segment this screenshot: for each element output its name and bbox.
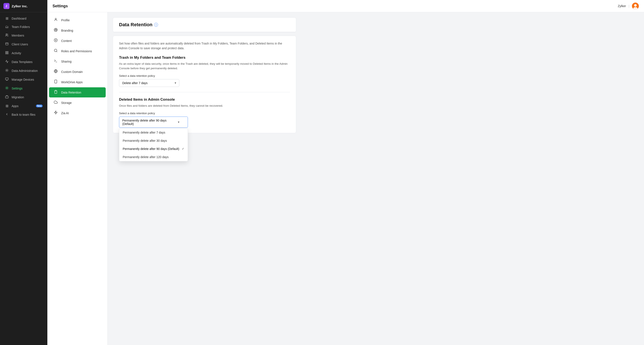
main-content: Data Retention i Set how often files and… bbox=[108, 12, 644, 345]
trash-section: Trash in My Folders and Team Folders As … bbox=[119, 55, 290, 87]
settings-nav-profile-label: Profile bbox=[61, 18, 70, 22]
trash-select-wrapper: Delete after 7 days Delete after 14 days… bbox=[119, 79, 179, 87]
settings-nav-workdrive-apps[interactable]: WorkDrive Apps bbox=[49, 77, 106, 87]
manage-devices-icon bbox=[5, 77, 9, 82]
sidebar-label-team-folders: Team Folders bbox=[12, 25, 42, 29]
deleted-items-title: Deleted Items in Admin Console bbox=[119, 97, 290, 102]
dropdown-option-7days[interactable]: Permanently delete after 7 days bbox=[119, 128, 188, 137]
trash-field-label: Select a data retention policy bbox=[119, 74, 290, 77]
sidebar-item-client-users[interactable]: Client Users bbox=[1, 40, 46, 49]
topbar: Settings Zylker | bbox=[47, 0, 644, 12]
members-icon bbox=[5, 33, 9, 38]
deleted-items-dropdown-menu: Permanently delete after 7 days Permanen… bbox=[119, 128, 188, 161]
topbar-right: Zylker | bbox=[618, 2, 639, 9]
option-30days-label: Permanently delete after 30 days bbox=[123, 139, 167, 142]
svg-point-19 bbox=[55, 40, 56, 41]
sidebar-item-data-administration[interactable]: Data Administration bbox=[1, 66, 46, 75]
custom-domain-icon bbox=[54, 69, 58, 74]
settings-nav-profile[interactable]: Profile bbox=[49, 15, 106, 25]
settings-nav-content[interactable]: Content bbox=[49, 36, 106, 46]
settings-nav-roles[interactable]: Roles and Permissions bbox=[49, 46, 106, 56]
settings-nav-data-retention[interactable]: Data Retention bbox=[49, 87, 106, 97]
sidebar-item-members[interactable]: Members bbox=[1, 31, 46, 40]
settings-nav-storage-label: Storage bbox=[61, 101, 72, 104]
user-name: Zylker bbox=[618, 4, 626, 8]
sidebar-item-migration[interactable]: Migration bbox=[1, 93, 46, 101]
svg-point-0 bbox=[6, 34, 7, 35]
app-logo: Z bbox=[4, 3, 10, 9]
sidebar-header: Z Zylker Inc. bbox=[0, 0, 47, 12]
deleted-items-dropdown-container: Permanently delete after 90 days (Defaul… bbox=[119, 117, 188, 128]
settings-nav-storage[interactable]: Storage bbox=[49, 98, 106, 108]
back-icon bbox=[5, 112, 9, 117]
settings-nav-panel: Profile Branding Content Roles and Permi… bbox=[47, 12, 108, 345]
svg-point-14 bbox=[634, 4, 637, 7]
sidebar-label-back: Back to team files bbox=[12, 113, 42, 116]
zia-ai-icon bbox=[54, 111, 58, 115]
data-templates-icon bbox=[5, 60, 9, 64]
trash-desc: As an extra layer of data security, once… bbox=[119, 61, 290, 71]
svg-point-11 bbox=[6, 87, 7, 88]
trash-select[interactable]: Delete after 7 days Delete after 14 days… bbox=[119, 79, 179, 87]
user-avatar[interactable] bbox=[632, 2, 639, 9]
migration-icon bbox=[5, 95, 9, 99]
svg-line-21 bbox=[56, 51, 57, 52]
deleted-items-section: Deleted Items in Admin Console Once file… bbox=[119, 97, 290, 128]
sidebar-item-team-folders[interactable]: 🗂 Team Folders bbox=[1, 23, 46, 31]
deleted-items-dropdown-trigger[interactable]: Permanently delete after 90 days (Defaul… bbox=[119, 117, 188, 128]
settings-nav-zia-ai-label: Zia AI bbox=[61, 111, 69, 115]
svg-point-16 bbox=[55, 18, 56, 19]
sidebar-item-activity[interactable]: Activity bbox=[1, 49, 46, 57]
svg-point-20 bbox=[54, 49, 57, 52]
settings-nav-custom-domain[interactable]: Custom Domain bbox=[49, 67, 106, 77]
sidebar-item-settings[interactable]: Settings bbox=[1, 84, 46, 93]
svg-rect-8 bbox=[6, 78, 8, 80]
team-folders-icon: 🗂 bbox=[5, 25, 9, 29]
trash-title: Trash in My Folders and Team Folders bbox=[119, 55, 290, 60]
dropdown-option-90days[interactable]: Permanently delete after 90 days (Defaul… bbox=[119, 145, 188, 153]
sidebar-item-dashboard[interactable]: ⊞ Dashboard bbox=[1, 14, 46, 22]
svg-point-18 bbox=[54, 39, 58, 42]
settings-nav-data-retention-label: Data Retention bbox=[61, 91, 81, 94]
deleted-items-field-label: Select a data retention policy bbox=[119, 112, 290, 115]
info-icon[interactable]: i bbox=[154, 23, 158, 27]
workdrive-apps-icon bbox=[54, 80, 58, 84]
settings-nav-content-label: Content bbox=[61, 39, 72, 42]
sidebar-item-data-templates[interactable]: Data Templates bbox=[1, 58, 46, 66]
svg-rect-3 bbox=[6, 51, 7, 52]
svg-rect-6 bbox=[6, 53, 7, 54]
data-retention-heading: Data Retention bbox=[119, 22, 152, 27]
dashboard-icon: ⊞ bbox=[5, 16, 9, 20]
storage-icon bbox=[54, 100, 58, 105]
content-icon bbox=[54, 38, 58, 43]
data-retention-body-card: Set how often files and folders are auto… bbox=[113, 36, 296, 133]
data-retention-title-card: Data Retention i bbox=[113, 17, 296, 32]
sharing-icon bbox=[54, 59, 58, 64]
svg-rect-12 bbox=[6, 96, 8, 98]
sidebar-label-members: Members bbox=[12, 34, 42, 37]
sidebar-item-apps[interactable]: ⊞ Apps New bbox=[1, 102, 46, 110]
sidebar-item-back-to-team[interactable]: Back to team files bbox=[1, 110, 46, 119]
dropdown-option-30days[interactable]: Permanently delete after 30 days bbox=[119, 137, 188, 145]
sidebar-item-manage-devices[interactable]: Manage Devices bbox=[1, 75, 46, 84]
check-icon: ✓ bbox=[182, 147, 184, 150]
sidebar-label-migration: Migration bbox=[12, 95, 42, 99]
settings-nav-zia-ai[interactable]: Zia AI bbox=[49, 108, 106, 118]
svg-rect-4 bbox=[7, 51, 8, 52]
settings-nav-roles-label: Roles and Permissions bbox=[61, 49, 92, 53]
svg-rect-5 bbox=[7, 53, 8, 54]
dropdown-option-120days[interactable]: Permanently delete after 120 days bbox=[119, 153, 188, 161]
option-7days-label: Permanently delete after 7 days bbox=[123, 131, 165, 134]
main-panel: Settings Zylker | Profile Branding bbox=[47, 0, 644, 345]
sidebar-label-data-templates: Data Templates bbox=[12, 60, 42, 64]
settings-nav-workdrive-apps-label: WorkDrive Apps bbox=[61, 80, 83, 84]
settings-nav-branding[interactable]: Branding bbox=[49, 25, 106, 35]
sidebar-label-settings: Settings bbox=[12, 87, 42, 90]
sidebar-label-manage-devices: Manage Devices bbox=[12, 78, 42, 81]
description-text: Set how often files and folders are auto… bbox=[119, 41, 290, 51]
svg-point-7 bbox=[6, 70, 7, 71]
settings-nav-sharing[interactable]: Sharing bbox=[49, 56, 106, 66]
dropdown-selected-value: Permanently delete after 90 days (Defaul… bbox=[122, 119, 177, 126]
data-admin-icon bbox=[5, 69, 9, 73]
body-card-content: Set how often files and folders are auto… bbox=[113, 36, 296, 133]
